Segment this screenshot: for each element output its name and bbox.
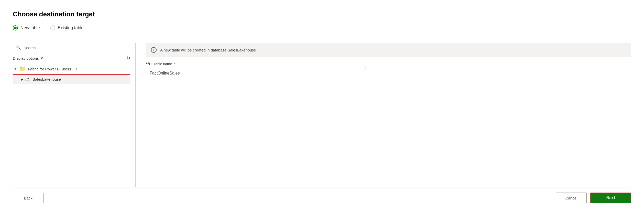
search-icon: 🔍 — [16, 45, 21, 50]
folder-count: [1] — [75, 67, 78, 71]
next-button[interactable]: Next — [590, 193, 631, 203]
database-icon: 🗃 — [25, 76, 30, 82]
display-options-row: Display options ∨ ↻ — [13, 55, 130, 61]
child-item-label: SalesLakehouse — [32, 77, 61, 81]
table-name-section: ᴬᴮC Table name * — [146, 62, 631, 78]
refresh-icon[interactable]: ↻ — [126, 55, 130, 61]
dialog-container: Choose destination target New table Exis… — [0, 0, 644, 211]
info-message: A new table will be created in database … — [160, 48, 256, 52]
radio-circle-new — [13, 25, 18, 30]
radio-new-table[interactable]: New table — [13, 25, 40, 30]
right-panel: i A new table will be created in databas… — [136, 43, 631, 187]
radio-circle-existing — [50, 25, 55, 30]
tree-child-item[interactable]: ▶ 🗃 SalesLakehouse — [13, 74, 130, 84]
required-star: * — [174, 62, 176, 66]
abc-icon: ᴬᴮC — [146, 62, 151, 66]
tree-expand-arrow: ▶ — [21, 78, 23, 81]
table-name-input[interactable] — [146, 68, 366, 78]
search-input[interactable] — [24, 46, 127, 50]
info-icon: i — [151, 47, 157, 53]
folder-icon: 📁 — [19, 66, 26, 72]
search-box[interactable]: 🔍 — [13, 43, 130, 52]
footer: Back Cancel Next — [13, 187, 631, 203]
folder-expand-icon: ▼ — [14, 67, 17, 71]
radio-existing-table[interactable]: Existing table — [50, 25, 84, 30]
display-options-button[interactable]: Display options ∨ — [13, 56, 43, 60]
table-name-label-row: ᴬᴮC Table name * — [146, 62, 631, 66]
folder-name: Fabric for Power BI users — [28, 67, 71, 71]
info-banner: i A new table will be created in databas… — [146, 43, 631, 57]
radio-existing-table-label: Existing table — [58, 25, 84, 30]
main-content: 🔍 Display options ∨ ↻ ▼ 📁 Fabric for Pow… — [13, 38, 631, 187]
radio-group: New table Existing table — [13, 25, 631, 30]
tree-area: ▼ 📁 Fabric for Power BI users [1] ▶ 🗃 Sa… — [13, 64, 130, 187]
display-options-label: Display options — [13, 56, 39, 60]
footer-right-buttons: Cancel Next — [556, 193, 631, 203]
cancel-button[interactable]: Cancel — [556, 193, 587, 203]
left-panel: 🔍 Display options ∨ ↻ ▼ 📁 Fabric for Pow… — [13, 43, 136, 187]
table-name-label: Table name — [154, 62, 172, 66]
chevron-down-icon: ∨ — [40, 56, 43, 60]
tree-folder-item[interactable]: ▼ 📁 Fabric for Power BI users [1] — [13, 64, 130, 74]
radio-new-table-label: New table — [20, 25, 40, 30]
back-button[interactable]: Back — [13, 193, 43, 203]
dialog-title: Choose destination target — [13, 10, 631, 18]
